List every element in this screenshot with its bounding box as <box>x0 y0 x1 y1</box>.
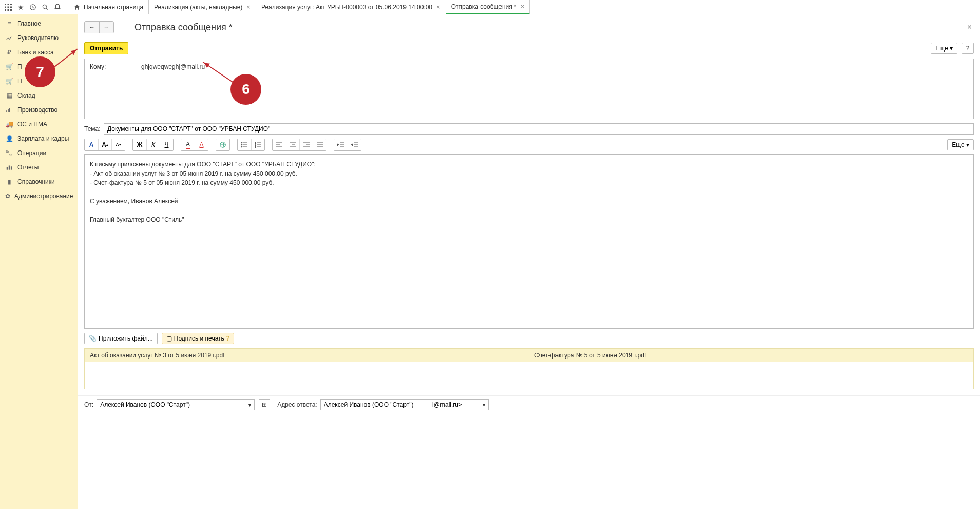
person-icon: 👤 <box>5 135 13 143</box>
svg-rect-12 <box>6 110 7 112</box>
close-icon[interactable]: × <box>521 3 525 10</box>
tab-home[interactable]: Начальная страница <box>68 0 149 14</box>
sidebar-item-reports[interactable]: Отчеты <box>0 160 78 175</box>
cart-icon: 🛒 <box>5 63 13 71</box>
font-grow-button[interactable]: A▴ <box>98 139 111 150</box>
to-value[interactable]: ghjqweqweghj@mail.ru <box>138 59 973 119</box>
outdent-button[interactable] <box>334 139 348 150</box>
send-button[interactable]: Отправить <box>84 42 128 54</box>
sidebar-item-assets[interactable]: 🚚ОС и НМА <box>0 117 78 131</box>
top-toolbar: ★ Начальная страница Реализация (акты, н… <box>0 0 980 14</box>
italic-button[interactable]: К <box>146 139 160 150</box>
close-page-button[interactable]: × <box>965 21 974 34</box>
stamp-icon: ▢ <box>166 335 172 342</box>
svg-point-25 <box>241 146 242 147</box>
apps-icon[interactable] <box>2 1 14 13</box>
svg-point-10 <box>43 5 46 8</box>
sidebar-item-operations[interactable]: ДтКтОперации <box>0 146 78 160</box>
svg-rect-2 <box>10 4 12 5</box>
sidebar-item-warehouse[interactable]: ▦Склад <box>0 88 78 103</box>
back-button[interactable]: ← <box>85 22 99 33</box>
attachment-item[interactable]: Акт об оказании услуг № 3 от 5 июня 2019… <box>85 349 529 362</box>
close-icon[interactable]: × <box>246 3 251 11</box>
tab-act[interactable]: Реализация услуг: Акт УРБП-000003 от 05.… <box>256 0 446 14</box>
subject-label: Тема: <box>84 125 101 133</box>
from-input[interactable] <box>97 399 245 410</box>
bold-button[interactable]: Ж <box>133 139 146 150</box>
chevron-down-icon: ▾ <box>950 45 953 52</box>
signature-stamp-button[interactable]: ▢ Подпись и печать ? <box>162 333 235 344</box>
svg-rect-17 <box>7 167 8 170</box>
sidebar-item-manager[interactable]: Руководителю <box>0 31 78 45</box>
svg-rect-19 <box>11 166 12 169</box>
subject-input[interactable] <box>104 123 974 135</box>
sidebar: ≡Главное Руководителю ₽Банк и касса 🛒П 🛒… <box>0 14 78 509</box>
menu-icon: ≡ <box>5 20 13 28</box>
from-picker[interactable]: ⊞ <box>259 399 270 410</box>
star-icon[interactable]: ★ <box>14 1 27 13</box>
align-right-button[interactable] <box>299 139 313 150</box>
align-center-button[interactable] <box>286 139 299 150</box>
recipient-box[interactable]: Кому: ghjqweqweghj@mail.ru <box>84 59 974 119</box>
svg-rect-7 <box>8 9 9 11</box>
attachment-item[interactable]: Счет-фактура № 5 от 5 июня 2019 г.pdf <box>529 349 973 362</box>
to-label: Кому: <box>85 59 138 119</box>
reply-input[interactable] <box>320 399 479 410</box>
from-dropdown[interactable]: ▾ <box>245 399 255 410</box>
underline-button[interactable]: Ч <box>160 139 173 150</box>
svg-rect-4 <box>8 6 9 8</box>
font-color-button[interactable]: A <box>85 139 98 150</box>
highlight-button[interactable]: А <box>181 139 195 150</box>
callout-6: 6 <box>230 74 261 105</box>
svg-rect-6 <box>5 9 6 11</box>
reply-dropdown[interactable]: ▾ <box>479 399 489 410</box>
main-content: ← → Отправка сообщения * × Отправить Еще… <box>78 14 980 509</box>
close-icon[interactable]: × <box>436 3 440 11</box>
reply-label: Адрес ответа: <box>277 401 317 408</box>
help-icon: ? <box>226 335 230 342</box>
sidebar-item-main[interactable]: ≡Главное <box>0 16 78 31</box>
nav-buttons: ← → <box>84 21 114 33</box>
chart-icon <box>5 34 13 42</box>
history-icon[interactable] <box>27 1 39 13</box>
search-icon[interactable] <box>39 1 51 13</box>
cart-icon: 🛒 <box>5 77 13 85</box>
svg-point-23 <box>241 144 242 145</box>
link-button[interactable] <box>216 139 229 150</box>
svg-point-21 <box>241 142 242 143</box>
font-shrink-button[interactable]: A▾ <box>111 139 125 150</box>
from-label: От: <box>84 401 93 408</box>
sidebar-item-production[interactable]: Производство <box>0 103 78 117</box>
svg-marker-48 <box>337 144 339 146</box>
attachments-list: Акт об оказании услуг № 3 от 5 июня 2019… <box>84 348 974 389</box>
ruble-icon: ₽ <box>5 48 13 56</box>
message-editor[interactable]: К письму приложены документы для ООО "СТ… <box>84 154 974 329</box>
sidebar-item-salary[interactable]: 👤Зарплата и кадры <box>0 131 78 146</box>
text-color-button[interactable]: А <box>195 139 208 150</box>
more-button[interactable]: Еще ▾ <box>931 43 957 54</box>
svg-marker-52 <box>351 144 353 146</box>
svg-text:3: 3 <box>255 145 256 148</box>
list-number-button[interactable]: 123 <box>251 139 264 150</box>
list-bullet-button[interactable] <box>238 139 251 150</box>
sidebar-item-admin[interactable]: ✿Администрирование <box>0 189 78 203</box>
indent-button[interactable] <box>348 139 361 150</box>
svg-rect-14 <box>9 108 10 112</box>
svg-rect-8 <box>10 9 12 11</box>
gear-icon: ✿ <box>5 192 10 200</box>
tab-realization[interactable]: Реализация (акты, накладные) × <box>149 0 256 14</box>
tab-send-message[interactable]: Отправка сообщения * × <box>446 0 530 14</box>
align-left-button[interactable] <box>273 139 286 150</box>
sidebar-item-catalogs[interactable]: ▮Справочники <box>0 175 78 189</box>
format-more-button[interactable]: Еще ▾ <box>947 139 974 150</box>
svg-rect-13 <box>8 109 9 112</box>
operations-icon: ДтКт <box>5 149 13 157</box>
bars-icon <box>5 163 13 172</box>
svg-rect-0 <box>5 4 6 5</box>
svg-rect-1 <box>8 4 9 5</box>
forward-button[interactable]: → <box>99 22 113 33</box>
align-justify-button[interactable] <box>313 139 326 150</box>
bell-icon[interactable] <box>51 1 64 13</box>
attach-file-button[interactable]: 📎 Приложить файл... <box>84 333 158 344</box>
help-button[interactable]: ? <box>962 43 974 54</box>
